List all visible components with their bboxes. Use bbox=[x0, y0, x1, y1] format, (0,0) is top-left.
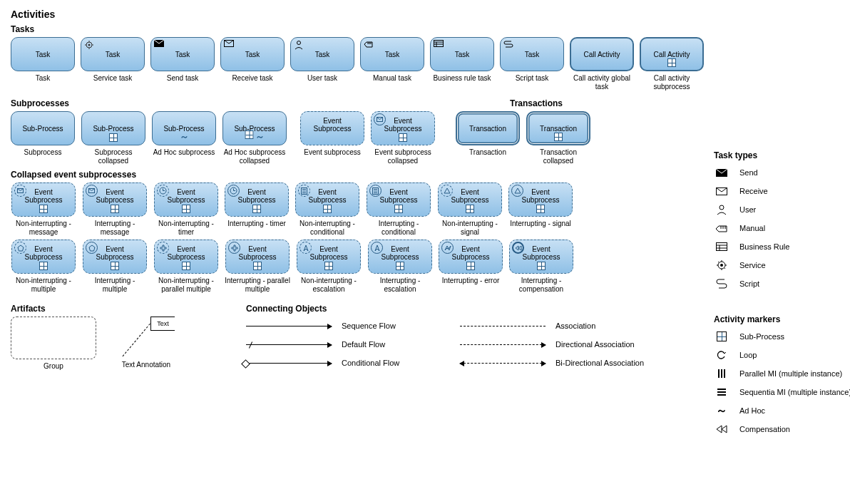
svg-line-50 bbox=[724, 268, 726, 269]
event-subprocess-shape: Event Subprocess bbox=[300, 111, 364, 145]
compensation-event-icon bbox=[512, 242, 524, 254]
svg-marker-32 bbox=[18, 245, 24, 251]
subprocess-marker-icon bbox=[466, 205, 474, 215]
script-task-shape: Task bbox=[500, 37, 564, 71]
legend-manual: Manual bbox=[714, 219, 850, 237]
clock-event-icon bbox=[227, 185, 240, 197]
legend-service: Service bbox=[714, 256, 850, 274]
envelope-outline-icon bbox=[224, 40, 234, 48]
collapsed-heading: Collapsed event subprocesses bbox=[11, 170, 704, 180]
legend-loop: Loop bbox=[714, 346, 850, 364]
association-icon bbox=[460, 326, 546, 326]
bidirectional-association-icon bbox=[460, 363, 546, 364]
parallel-mi-icon bbox=[714, 369, 729, 378]
manual-task-shape: Task bbox=[360, 37, 424, 71]
event-sub-shape: Event Subprocess bbox=[11, 240, 76, 274]
user-task-shape: Task bbox=[290, 37, 354, 71]
transaction-collapsed-shape: Transaction bbox=[526, 111, 590, 145]
envelope-event-icon bbox=[86, 185, 98, 197]
subprocess-marker-icon bbox=[667, 58, 676, 68]
subprocess-marker-icon bbox=[714, 331, 729, 341]
script-icon bbox=[714, 278, 729, 289]
subprocess-marker-icon bbox=[111, 262, 119, 272]
envelope-event-icon bbox=[14, 185, 26, 197]
svg-line-49 bbox=[718, 262, 720, 263]
svg-rect-9 bbox=[434, 41, 444, 47]
receive-task-shape: Task bbox=[220, 37, 285, 71]
conditional-event-icon bbox=[298, 185, 310, 197]
table-icon bbox=[714, 242, 729, 251]
artifacts-heading: Artifacts bbox=[11, 304, 225, 314]
call-activity-subprocess-shape: Call Activity bbox=[640, 37, 704, 71]
multiple-event-icon bbox=[86, 242, 98, 254]
event-sub-shape: Event Subprocess bbox=[225, 240, 290, 274]
subprocess-marker-icon bbox=[396, 262, 404, 272]
activity-markers-heading: Activity markers bbox=[714, 314, 850, 324]
event-sub-shape: Event Subprocess bbox=[367, 182, 431, 217]
conditional-event-icon bbox=[369, 185, 382, 197]
event-sub-shape: Event Subprocess bbox=[368, 240, 432, 274]
svg-marker-31 bbox=[515, 188, 521, 193]
event-subprocess-collapsed-shape: Event Subprocess bbox=[371, 111, 435, 145]
subprocess-marker-icon bbox=[537, 262, 546, 272]
subprocess-marker-icon bbox=[111, 205, 119, 215]
table-icon bbox=[434, 40, 444, 48]
event-sub-shape: Event Subprocess bbox=[11, 182, 76, 217]
subprocesses-row: Sub-ProcessSubprocess Sub-ProcessSubproc… bbox=[11, 111, 704, 165]
event-sub-shape: Event Subprocess bbox=[154, 240, 218, 274]
conditional-flow-icon bbox=[246, 363, 332, 364]
sequence-flow-icon bbox=[246, 326, 332, 326]
adhoc-subprocess-collapsed-shape: Sub-Process～ bbox=[222, 111, 287, 145]
service-task-shape: Task bbox=[81, 37, 145, 71]
collapsed-row-1: Event SubprocessNon-interrupting - messa… bbox=[11, 182, 704, 237]
subprocesses-heading: Subprocesses bbox=[11, 98, 353, 108]
escalation-event-icon bbox=[299, 242, 312, 254]
sequential-mi-icon bbox=[714, 389, 729, 396]
task-types-heading: Task types bbox=[714, 150, 850, 160]
envelope-filled-icon bbox=[154, 40, 164, 48]
event-sub-shape: Event Subprocess bbox=[439, 240, 503, 274]
text-annotation-shape: Text bbox=[118, 317, 175, 358]
escalation-event-icon bbox=[371, 242, 383, 254]
hand-icon bbox=[714, 224, 729, 233]
script-icon bbox=[503, 40, 513, 48]
subprocess-marker-icon bbox=[536, 205, 545, 215]
legend-business-rule: Business Rule bbox=[714, 237, 850, 256]
adhoc-marker-icon: ～ bbox=[180, 130, 189, 143]
legend-send: Send bbox=[714, 163, 850, 182]
legend-receive: Receive bbox=[714, 182, 850, 200]
adhoc-collapsed-marker-icon: ～ bbox=[245, 130, 265, 143]
svg-rect-39 bbox=[717, 243, 727, 251]
svg-marker-33 bbox=[89, 245, 95, 251]
adhoc-icon: ～ bbox=[714, 403, 729, 418]
directional-association-row: Directional Association bbox=[460, 335, 645, 354]
svg-point-38 bbox=[720, 205, 724, 210]
legend-script: Script bbox=[714, 274, 850, 293]
tasks-heading: Tasks bbox=[11, 24, 704, 34]
subprocess-marker-icon bbox=[324, 262, 333, 272]
legend-parallel-mi: Parallel MI (multiple instance) bbox=[714, 364, 850, 383]
connecting-heading: Connecting Objects bbox=[246, 304, 704, 314]
subprocess-marker-icon bbox=[182, 205, 190, 215]
subprocess-marker-icon bbox=[252, 205, 261, 215]
subprocess-marker-icon bbox=[109, 133, 118, 143]
event-sub-shape: Event Subprocess bbox=[508, 182, 573, 217]
event-sub-shape: Event Subprocess bbox=[297, 240, 361, 274]
default-flow-icon bbox=[246, 344, 332, 345]
default-flow-row: Default Flow bbox=[246, 335, 431, 354]
svg-marker-51 bbox=[717, 426, 722, 433]
event-sub-shape: Event Subprocess bbox=[225, 182, 289, 217]
subprocess-marker-icon bbox=[466, 262, 475, 272]
clock-event-icon bbox=[157, 185, 169, 197]
directional-association-icon bbox=[460, 344, 546, 345]
legend-sequential-mi: Sequentia MI (multiple instance) bbox=[714, 383, 850, 401]
multiple-event-icon bbox=[14, 242, 26, 254]
send-task-shape: Task bbox=[150, 37, 215, 71]
tasks-row: TaskTask TaskService task TaskSend task … bbox=[11, 37, 704, 91]
subprocess-marker-icon bbox=[554, 133, 563, 143]
user-icon bbox=[714, 204, 729, 215]
parallel-multiple-event-icon bbox=[157, 242, 169, 254]
task-shape: Task bbox=[11, 37, 75, 71]
loop-icon bbox=[714, 350, 729, 360]
compensation-icon bbox=[714, 425, 729, 433]
